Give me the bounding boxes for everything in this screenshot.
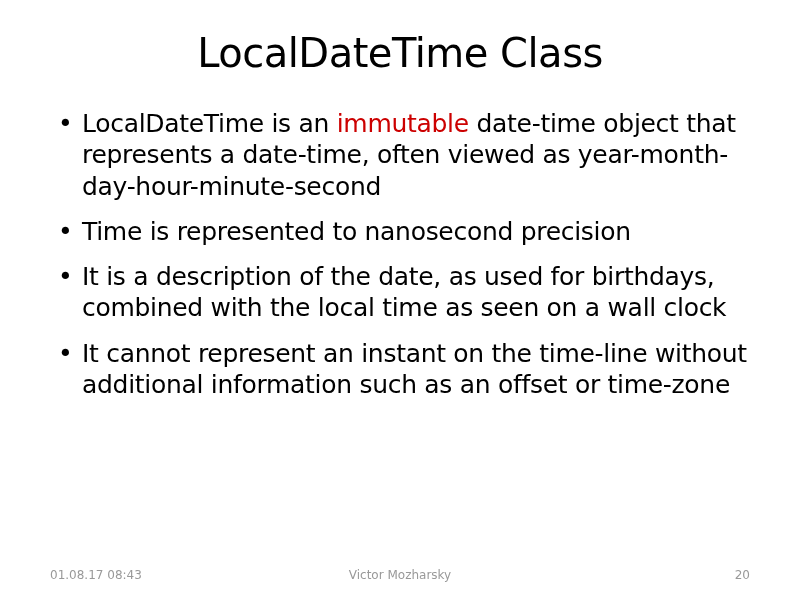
page-title: LocalDateTime Class: [50, 30, 750, 76]
slide: LocalDateTime Class LocalDateTime is an …: [0, 0, 800, 600]
bullet-text-prefix: LocalDateTime is an: [82, 109, 337, 138]
highlighted-text: immutable: [337, 109, 469, 138]
bullet-text-prefix: It is a description of the date, as used…: [82, 262, 726, 322]
list-item: LocalDateTime is an immutable date-time …: [58, 108, 750, 202]
list-item: It is a description of the date, as used…: [58, 261, 750, 324]
footer-author: Victor Mozharsky: [349, 568, 451, 582]
footer-date: 01.08.17 08:43: [50, 568, 142, 582]
footer: 01.08.17 08:43 Victor Mozharsky 20: [50, 568, 750, 582]
bullet-list: LocalDateTime is an immutable date-time …: [58, 108, 750, 400]
list-item: Time is represented to nanosecond precis…: [58, 216, 750, 247]
bullet-text-prefix: Time is represented to nanosecond precis…: [82, 217, 631, 246]
content-area: LocalDateTime is an immutable date-time …: [50, 108, 750, 400]
list-item: It cannot represent an instant on the ti…: [58, 338, 750, 401]
footer-page-number: 20: [735, 568, 750, 582]
bullet-text-prefix: It cannot represent an instant on the ti…: [82, 339, 747, 399]
